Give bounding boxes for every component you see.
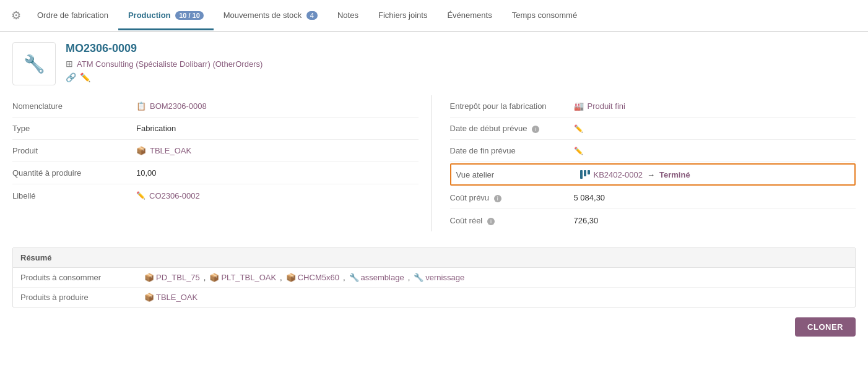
date-fin-edit[interactable]: ✏️ <box>574 147 583 155</box>
bom-icon: 📋 <box>136 101 146 111</box>
form-right: Entrepôt pour la fabrication 🏭 Produit f… <box>432 95 856 231</box>
produit-link[interactable]: TBLE_OAK <box>150 146 191 155</box>
libelle-link[interactable]: CO2306-0002 <box>149 191 200 200</box>
field-date-debut: Date de début prévue i ✏️ <box>450 118 856 140</box>
arrow-separator: → <box>647 170 655 179</box>
chip-assemblage[interactable]: 🔧 assemblage <box>349 273 404 282</box>
resume-produire-row: Produits à produire 📦 TBLE_OAK <box>13 288 855 307</box>
tab-main-icon[interactable]: ⚙ <box>5 0 27 31</box>
cout-prevu-value: 5 084,30 <box>574 193 605 202</box>
libelle-edit-icon[interactable]: ✏️ <box>136 191 145 200</box>
resume-consommer-row: Produits à consommer 📦 PD_TBL_75, 📦 PLT_… <box>13 268 855 288</box>
company-line: ⊞ ATM Consulting (Spécialiste Dolibarr) … <box>66 59 856 69</box>
kanban-icon <box>580 170 590 179</box>
link-icon[interactable]: 🔗 <box>66 72 76 82</box>
vue-atelier-badge: KB2402-0002 → Terminé <box>580 170 690 179</box>
field-cout-reel: Coût réel i 726,30 <box>450 209 856 231</box>
status-termine: Terminé <box>659 170 690 179</box>
cout-prevu-info[interactable]: i <box>494 195 501 202</box>
tab-bar: ⚙ Ordre de fabrication Production 10 / 1… <box>0 0 868 32</box>
tab-mouvements[interactable]: Mouvements de stock 4 <box>214 2 328 30</box>
header-info: MO2306-0009 ⊞ ATM Consulting (Spécialist… <box>66 42 856 82</box>
page-footer: CLONER <box>0 307 868 346</box>
chip-pd-tbl-75[interactable]: 📦 PD_TBL_75 <box>144 273 200 282</box>
company-link[interactable]: ATM Consulting (Spécialiste Dolibarr) (O… <box>77 59 263 69</box>
company-icon: ⊞ <box>66 59 73 69</box>
tab-evenements[interactable]: Événements <box>437 2 501 30</box>
mouvements-badge: 4 <box>306 11 318 20</box>
tab-production[interactable]: Production 10 / 10 <box>118 2 214 30</box>
field-produit: Produit 📦 TBLE_OAK <box>12 140 419 162</box>
date-debut-info[interactable]: i <box>532 126 539 133</box>
field-libelle: Libellé ✏️ CO2306-0002 <box>12 184 419 207</box>
resume-section: Résumé Produits à consommer 📦 PD_TBL_75,… <box>12 247 856 307</box>
clone-button[interactable]: CLONER <box>795 317 856 337</box>
date-debut-edit[interactable]: ✏️ <box>574 124 583 133</box>
resume-consommer-value: 📦 PD_TBL_75, 📦 PLT_TBL_OAK, 📦 CHCM5x60, … <box>144 273 464 282</box>
form-columns: Nomenclature 📋 BOM2306-0008 Type Fabrica… <box>0 95 868 238</box>
header-section: 🔧 MO2306-0009 ⊞ ATM Consulting (Spéciali… <box>0 32 868 95</box>
resume-produire-value: 📦 TBLE_OAK <box>144 293 197 302</box>
tab-ordre[interactable]: Ordre de fabrication <box>27 2 118 30</box>
resume-produire-label: Produits à produire <box>20 293 144 302</box>
cout-reel-value: 726,30 <box>574 216 599 225</box>
entrepot-link[interactable]: Produit fini <box>588 101 625 111</box>
chip-plt-tbl-oak[interactable]: 📦 PLT_TBL_OAK <box>209 273 276 282</box>
field-entrepot: Entrepôt pour la fabrication 🏭 Produit f… <box>450 95 856 118</box>
field-nomenclature: Nomenclature 📋 BOM2306-0008 <box>12 95 419 118</box>
field-vue-atelier: Vue atelier KB2402-0002 → Terminé <box>450 163 856 186</box>
nomenclature-link[interactable]: BOM2306-0008 <box>150 101 207 111</box>
resume-consommer-label: Produits à consommer <box>20 273 144 282</box>
tab-temps[interactable]: Temps consommé <box>502 2 587 30</box>
header-icons: 🔗 ✏️ <box>66 72 856 82</box>
tab-notes[interactable]: Notes <box>328 2 368 30</box>
quantite-value: 10,00 <box>136 168 157 178</box>
field-type: Type Fabrication <box>12 118 419 140</box>
production-badge: 10 / 10 <box>175 11 204 20</box>
edit-icon[interactable]: ✏️ <box>80 72 90 82</box>
kanban-link[interactable]: KB2402-0002 <box>594 170 643 179</box>
product-icon-box: 🔧 <box>12 42 56 85</box>
field-date-fin: Date de fin prévue ✏️ <box>450 140 856 162</box>
tab-fichiers[interactable]: Fichiers joints <box>368 2 437 30</box>
warehouse-icon: 🏭 <box>574 101 584 111</box>
form-left: Nomenclature 📋 BOM2306-0008 Type Fabrica… <box>12 95 432 231</box>
field-cout-prevu: Coût prévu i 5 084,30 <box>450 187 856 209</box>
produit-icon: 📦 <box>136 146 146 155</box>
chip-chcm5x60[interactable]: 📦 CHCM5x60 <box>286 273 339 282</box>
field-quantite: Quantité à produire 10,00 <box>12 162 419 184</box>
chip-tble-oak[interactable]: 📦 TBLE_OAK <box>144 293 197 302</box>
chip-vernissage[interactable]: 🔧 vernissage <box>414 273 464 282</box>
cout-reel-info[interactable]: i <box>487 218 495 225</box>
resume-header: Résumé <box>13 248 855 268</box>
type-value: Fabrication <box>136 124 176 133</box>
mo-number: MO2306-0009 <box>66 42 856 55</box>
